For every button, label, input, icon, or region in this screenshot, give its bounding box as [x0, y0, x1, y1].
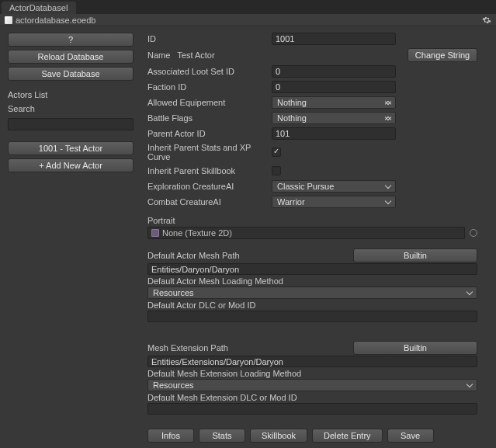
mesh-path-builtin-button[interactable]: Builtin	[353, 248, 477, 262]
asset-bar: actordatabase.eoedb	[0, 14, 496, 26]
id-field[interactable]	[272, 33, 396, 45]
change-string-button[interactable]: Change String	[408, 48, 477, 62]
mesh-path-field[interactable]: Entities/Daryon/Daryon	[147, 263, 477, 275]
faction-label: Faction ID	[147, 82, 272, 92]
inherit-skillbook-checkbox[interactable]	[272, 166, 281, 175]
portrait-value: None (Texture 2D)	[162, 228, 232, 238]
ext-load-label: Default Mesh Extension Loading Method	[147, 369, 477, 378]
asset-icon	[5, 16, 12, 24]
sidebar: ? Reload Database Save Database Actors L…	[0, 26, 141, 448]
help-button[interactable]: ?	[8, 33, 134, 47]
inherit-skill-label: Inherit Parent Skillbook	[147, 166, 272, 175]
name-value: Test Actor	[177, 50, 214, 60]
mesh-dlc-field[interactable]	[147, 311, 477, 322]
loot-label: Associated Loot Set ID	[147, 67, 272, 76]
ext-dlc-field[interactable]	[147, 403, 477, 415]
portrait-object-field[interactable]: None (Texture 2D)	[147, 227, 465, 239]
equip-label: Allowed Equipement	[147, 98, 272, 107]
mesh-load-label: Default Actor Mesh Loading Method	[147, 276, 477, 286]
footer-button-row: Infos Stats Skillbook Delete Entry Save	[147, 429, 477, 443]
inherit-stats-checkbox[interactable]	[272, 148, 281, 157]
ext-dlc-label: Default Mesh Extension DLC or Mod ID	[147, 393, 477, 402]
parent-label: Parent Actor ID	[147, 129, 272, 138]
content-area: ? Reload Database Save Database Actors L…	[0, 26, 496, 448]
actor-list-item[interactable]: 1001 - Test Actor	[8, 141, 134, 155]
save-database-button[interactable]: Save Database	[8, 67, 134, 81]
mesh-loading-method-dropdown[interactable]: Resources	[147, 287, 477, 299]
texture2d-icon	[151, 229, 159, 237]
reload-database-button[interactable]: Reload Database	[8, 50, 134, 64]
inherit-stats-label: Inherit Parent Stats and XP Curve	[147, 143, 272, 161]
ext-path-builtin-button[interactable]: Builtin	[353, 341, 477, 355]
gear-icon[interactable]	[482, 16, 491, 25]
stats-button[interactable]: Stats	[199, 429, 245, 443]
infos-button[interactable]: Infos	[147, 429, 194, 443]
add-new-actor-button[interactable]: + Add New Actor	[8, 158, 134, 172]
inspector-panel: ID Name Test Actor Change String Associa…	[141, 26, 496, 448]
flags-label: Battle Flags	[147, 113, 272, 123]
object-picker-icon[interactable]	[470, 229, 477, 237]
combat-ai-dropdown[interactable]: Warrior	[272, 196, 396, 208]
portrait-heading: Portrait	[147, 216, 477, 225]
mesh-dlc-label: Default Actor DLC or Mod ID	[147, 300, 477, 310]
faction-id-field[interactable]	[272, 81, 396, 93]
ext-path-field[interactable]: Entities/Extensions/Daryon/Daryon	[147, 356, 477, 367]
loot-set-id-field[interactable]	[272, 65, 396, 78]
parent-actor-id-field[interactable]	[272, 127, 396, 140]
allowed-equipment-dropdown[interactable]: Nothing	[272, 96, 396, 109]
save-button[interactable]: Save	[387, 429, 434, 443]
id-label: ID	[147, 34, 272, 43]
actor-database-window: ActorDatabaseI actordatabase.eoedb ? Rel…	[0, 0, 496, 448]
battle-flags-dropdown[interactable]: Nothing	[272, 112, 396, 124]
search-label: Search	[8, 104, 134, 113]
ext-path-label: Mesh Extension Path	[147, 343, 353, 352]
exploration-ai-dropdown[interactable]: Classic Pursue	[272, 180, 396, 193]
window-tab[interactable]: ActorDatabaseI	[2, 2, 76, 14]
delete-entry-button[interactable]: Delete Entry	[312, 429, 383, 443]
name-label: Name Test Actor	[147, 50, 272, 60]
skillbook-button[interactable]: Skillbook	[250, 429, 307, 443]
mesh-path-label: Default Actor Mesh Path	[147, 251, 353, 260]
search-input[interactable]	[8, 118, 134, 130]
ext-loading-method-dropdown[interactable]: Resources	[147, 379, 477, 391]
actors-list-heading: Actors List	[8, 90, 134, 99]
tab-bar: ActorDatabaseI	[0, 0, 496, 14]
explore-ai-label: Exploration CreatureAI	[147, 182, 272, 191]
asset-name: actordatabase.eoedb	[16, 16, 95, 25]
combat-ai-label: Combat CreatureAI	[147, 197, 272, 207]
